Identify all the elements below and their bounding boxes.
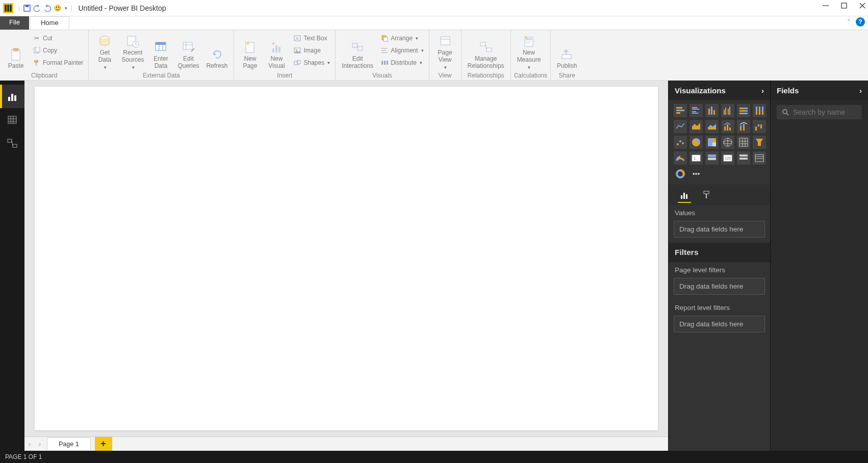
viz-clustered-bar[interactable] xyxy=(690,104,703,117)
viz-gauge[interactable] xyxy=(674,151,687,165)
viz-pie[interactable] xyxy=(690,136,703,149)
edit-interactions-icon xyxy=(350,40,365,55)
workspace: ‹ › Page 1 + Visualizations › xyxy=(0,81,868,451)
viz-scatter[interactable] xyxy=(674,136,687,149)
fields-header[interactable]: Fields › xyxy=(771,81,868,100)
get-data-button[interactable]: Get Data▾ xyxy=(92,32,117,72)
viz-stacked-area[interactable] xyxy=(705,120,719,133)
undo-icon[interactable] xyxy=(33,4,41,12)
viz-treemap[interactable] xyxy=(705,136,719,149)
svg-rect-135 xyxy=(739,158,748,160)
viz-multi-row-card[interactable] xyxy=(705,151,719,165)
copy-button[interactable]: Copy xyxy=(31,45,85,56)
page-prev-button[interactable]: ‹ xyxy=(24,441,35,448)
refresh-button[interactable]: Refresh xyxy=(203,32,231,72)
svg-point-113 xyxy=(679,140,681,142)
svg-rect-85 xyxy=(728,109,729,115)
viz-donut[interactable] xyxy=(674,167,687,181)
viz-100-stacked-column[interactable] xyxy=(753,104,766,117)
viz-combo-line-column[interactable] xyxy=(721,120,734,133)
svg-rect-78 xyxy=(692,111,696,112)
add-page-button[interactable]: + xyxy=(95,437,112,451)
values-dropzone[interactable]: Drag data fields here xyxy=(674,221,765,238)
viz-more[interactable]: ••• xyxy=(690,167,703,181)
image-button[interactable]: Image xyxy=(291,45,332,56)
svg-rect-6 xyxy=(841,3,847,8)
close-button[interactable] xyxy=(859,2,866,9)
alignment-button[interactable]: Alignment▾ xyxy=(378,45,425,56)
fields-search-input[interactable] xyxy=(793,108,857,116)
viz-stacked-column[interactable] xyxy=(705,104,719,117)
cut-button[interactable]: ✂Cut xyxy=(31,33,85,44)
paste-button[interactable]: Paste xyxy=(3,32,29,72)
data-view-button[interactable] xyxy=(0,108,24,132)
svg-rect-90 xyxy=(739,110,745,112)
text-box-button[interactable]: AText Box xyxy=(291,33,332,44)
page-view-button[interactable]: Page View▾ xyxy=(432,32,458,72)
manage-relationships-button[interactable]: Manage Relationships xyxy=(465,32,507,72)
viz-table[interactable] xyxy=(753,151,766,165)
svg-rect-73 xyxy=(676,107,682,109)
fields-tab[interactable] xyxy=(678,190,691,203)
collapse-ribbon-icon[interactable]: ˄ xyxy=(847,18,851,26)
visualizations-header[interactable]: Visualizations › xyxy=(669,81,770,100)
format-painter-button[interactable]: Format Painter xyxy=(31,57,85,68)
viz-stacked-bar[interactable] xyxy=(674,104,687,117)
svg-rect-63 xyxy=(11,94,13,101)
new-measure-button[interactable]: ✶New Measure▾ xyxy=(514,32,544,72)
group-label: External Data xyxy=(92,72,231,80)
model-view-button[interactable] xyxy=(0,132,24,155)
enter-data-button[interactable]: Enter Data xyxy=(148,32,173,72)
edit-interactions-button[interactable]: Edit Interactions xyxy=(339,32,376,72)
home-tab[interactable]: Home xyxy=(30,16,69,30)
save-icon[interactable] xyxy=(23,4,31,12)
page-status: PAGE 1 OF 1 xyxy=(5,453,42,460)
smiley-icon[interactable] xyxy=(54,4,62,12)
viz-funnel[interactable] xyxy=(753,136,766,149)
svg-rect-80 xyxy=(708,109,710,115)
help-button[interactable]: ? xyxy=(856,17,865,27)
visualization-gallery: 1 123 ••• xyxy=(669,100,770,185)
viz-combo-line-stacked[interactable] xyxy=(737,120,750,133)
viz-map[interactable] xyxy=(721,136,734,149)
viz-100-stacked-bar[interactable] xyxy=(737,104,750,117)
minimize-button[interactable] xyxy=(822,2,829,9)
report-canvas[interactable] xyxy=(35,87,658,430)
viz-card[interactable]: 1 xyxy=(690,151,703,165)
maximize-button[interactable] xyxy=(840,2,848,9)
fields-search[interactable] xyxy=(777,105,862,119)
publish-button[interactable]: Publish xyxy=(554,32,580,72)
ribbon-group-calculations: ✶New Measure▾ Calculations xyxy=(511,30,551,80)
group-label: Clipboard xyxy=(3,72,85,80)
report-filters-dropzone[interactable]: Drag data fields here xyxy=(674,316,765,332)
report-view-button[interactable] xyxy=(0,85,24,108)
page-tab-1[interactable]: Page 1 xyxy=(47,438,91,450)
recent-sources-icon xyxy=(125,34,140,48)
shapes-button[interactable]: Shapes▾ xyxy=(291,57,332,68)
viz-line[interactable] xyxy=(674,120,687,133)
viz-filled-map[interactable] xyxy=(737,136,750,149)
title-bar: | ▾ | Untitled - Power BI Desktop xyxy=(0,0,868,16)
page-next-button[interactable]: › xyxy=(35,441,45,448)
report-filters-label: Report level filters xyxy=(669,300,770,316)
new-page-button[interactable]: ✶New Page xyxy=(237,32,263,72)
viz-area[interactable] xyxy=(690,120,703,133)
viz-clustered-column[interactable] xyxy=(721,104,734,117)
svg-rect-140 xyxy=(681,195,682,199)
edit-queries-button[interactable]: Edit Queries xyxy=(174,32,202,72)
page-filters-dropzone[interactable]: Drag data fields here xyxy=(674,278,765,295)
redo-icon[interactable] xyxy=(43,4,52,12)
arrange-button[interactable]: Arrange▾ xyxy=(378,33,425,44)
viz-kpi[interactable]: 123 xyxy=(721,151,734,165)
distribute-button[interactable]: Distribute▾ xyxy=(378,57,425,68)
viz-slicer[interactable] xyxy=(737,151,750,165)
enter-data-icon xyxy=(154,40,168,55)
svg-rect-88 xyxy=(739,108,743,109)
recent-sources-button[interactable]: Recent Sources▾ xyxy=(118,32,147,72)
format-tab[interactable] xyxy=(700,188,713,201)
new-visual-button[interactable]: ✶New Visual xyxy=(264,32,289,72)
qat-dropdown-icon[interactable]: ▾ xyxy=(65,6,67,11)
viz-waterfall[interactable] xyxy=(753,120,766,133)
file-tab[interactable]: File xyxy=(0,16,29,30)
svg-rect-31 xyxy=(275,45,277,53)
